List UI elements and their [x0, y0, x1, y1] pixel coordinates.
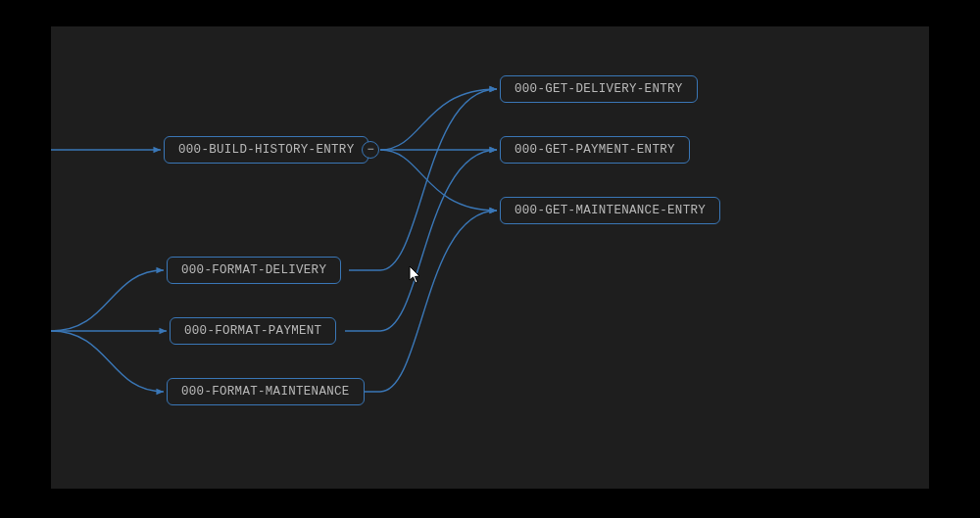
diagram-canvas[interactable]: 000-BUILD-HISTORY-ENTRY − 000-GET-DELIVE…: [51, 26, 929, 489]
mouse-cursor-icon: [409, 265, 422, 285]
node-get-delivery-entry[interactable]: 000-GET-DELIVERY-ENTRY: [500, 75, 698, 103]
collapse-toggle[interactable]: −: [362, 141, 379, 159]
node-get-payment-entry[interactable]: 000-GET-PAYMENT-ENTRY: [500, 136, 690, 164]
node-format-payment[interactable]: 000-FORMAT-PAYMENT: [170, 317, 336, 345]
node-format-maintenance[interactable]: 000-FORMAT-MAINTENANCE: [167, 378, 365, 405]
node-build-history-entry[interactable]: 000-BUILD-HISTORY-ENTRY: [164, 136, 368, 164]
node-get-maintenance-entry[interactable]: 000-GET-MAINTENANCE-ENTRY: [500, 197, 720, 224]
node-format-delivery[interactable]: 000-FORMAT-DELIVERY: [167, 257, 341, 284]
